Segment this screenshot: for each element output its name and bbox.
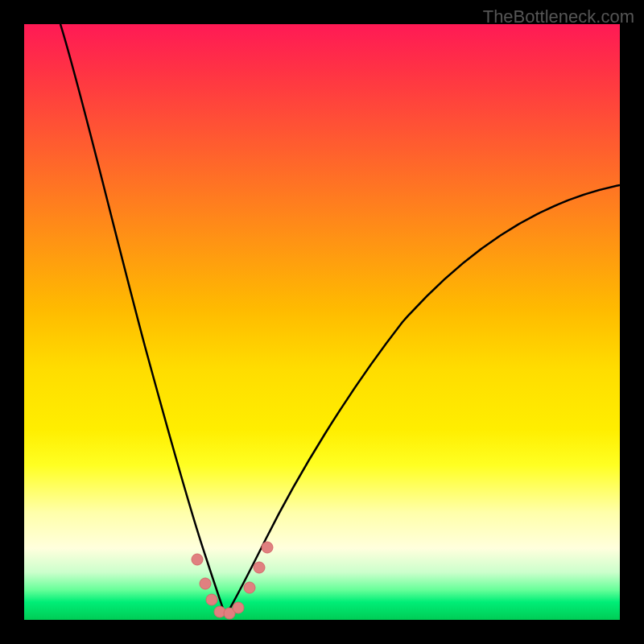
svg-point-5 xyxy=(233,602,244,613)
watermark-text: TheBottleneck.com xyxy=(483,6,634,27)
chart-container: TheBottleneck.com xyxy=(0,0,644,644)
svg-point-1 xyxy=(200,578,211,589)
bottleneck-curve-svg xyxy=(24,24,620,620)
left-curve xyxy=(60,24,225,616)
svg-point-6 xyxy=(244,582,255,593)
svg-point-2 xyxy=(206,594,217,605)
svg-point-0 xyxy=(192,554,203,565)
right-curve xyxy=(225,185,620,616)
svg-point-8 xyxy=(262,542,273,553)
svg-point-7 xyxy=(254,562,265,573)
